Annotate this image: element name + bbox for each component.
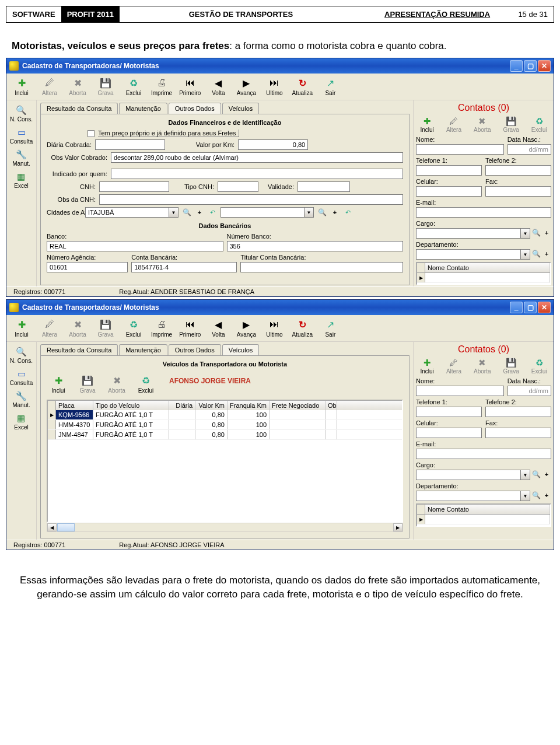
altera-button[interactable]: Altera — [38, 317, 61, 339]
email-input[interactable] — [416, 449, 551, 459]
imprime-button[interactable]: Imprime — [150, 317, 173, 339]
volta-button[interactable]: Volta — [206, 76, 230, 97]
contact-inclui-button[interactable]: Inclui — [420, 116, 435, 134]
contacts-grid[interactable]: Nome Contato — [416, 503, 551, 527]
fax-input[interactable] — [485, 186, 551, 197]
diaria-input[interactable] — [95, 139, 165, 150]
tel1-input[interactable] — [416, 407, 482, 417]
nome-input[interactable] — [416, 144, 504, 155]
inclui-button[interactable]: Inclui — [10, 76, 33, 97]
chevron-down-icon[interactable]: ▼ — [521, 491, 530, 501]
plus-icon[interactable] — [195, 208, 204, 217]
maximize-button[interactable]: ▢ — [524, 60, 537, 72]
exclui-button[interactable]: Exclui — [122, 317, 145, 339]
table-row[interactable]: HMM-4370FURGÃO ATÉ 1,0 T0,80100 — [48, 420, 402, 430]
chevron-down-icon[interactable]: ▼ — [169, 207, 178, 218]
tab-outros-dados[interactable]: Outros Dados — [169, 344, 221, 355]
tab-veiculos[interactable]: Veículos — [222, 103, 260, 114]
depto-combo[interactable]: ▼ — [416, 249, 530, 260]
manut-button[interactable]: Manut. — [11, 148, 32, 168]
scroll-left-icon[interactable]: ◀ — [47, 523, 57, 531]
agencia-input[interactable]: 01601 — [47, 262, 128, 272]
undo-icon[interactable] — [343, 208, 352, 217]
numero-banco-input[interactable]: 356 — [227, 241, 404, 251]
consulta-button[interactable]: Consulta — [9, 368, 34, 387]
contact-inclui-button[interactable]: Inclui — [420, 357, 435, 375]
plus-icon[interactable] — [542, 228, 551, 237]
titlebar[interactable]: Cadastro de Transportadoras/ Motoristas … — [6, 58, 554, 74]
consulta-button[interactable]: Consulta — [9, 126, 34, 146]
exclui-button[interactable]: Exclui — [122, 76, 145, 97]
celular-input[interactable] — [416, 428, 482, 438]
scroll-right-icon[interactable]: ▶ — [393, 523, 402, 531]
primeiro-button[interactable]: Primeiro — [178, 76, 202, 97]
veh-exclui-button[interactable]: Exclui — [134, 373, 158, 395]
sair-button[interactable]: Sair — [318, 317, 342, 339]
celular-input[interactable] — [416, 186, 482, 197]
chevron-down-icon[interactable]: ▼ — [521, 470, 530, 480]
cnh-input[interactable] — [99, 181, 169, 192]
primeiro-button[interactable]: Primeiro — [178, 317, 202, 339]
sair-button[interactable]: Sair — [318, 76, 342, 97]
tab-veiculos[interactable]: Veículos — [222, 344, 260, 355]
imprime-button[interactable]: Imprime — [150, 76, 173, 97]
plus-icon[interactable] — [542, 249, 551, 258]
ultimo-button[interactable]: Ultimo — [262, 317, 286, 339]
tel2-input[interactable] — [485, 407, 551, 417]
tab-outros-dados[interactable]: Outros Dados — [169, 103, 221, 114]
banco-input[interactable]: REAL — [47, 241, 223, 251]
minimize-button[interactable]: _ — [510, 302, 523, 313]
titlebar[interactable]: Cadastro de Transportadoras/ Motoristas … — [6, 300, 554, 315]
cidade1-combo[interactable]: ITAJUBÁ▼ — [85, 207, 178, 218]
chevron-down-icon[interactable]: ▼ — [521, 228, 530, 239]
tel1-input[interactable] — [416, 165, 482, 176]
manut-button[interactable]: Manut. — [11, 390, 32, 410]
plus-icon[interactable] — [542, 470, 551, 479]
search-icon[interactable] — [531, 470, 541, 479]
vehicles-table[interactable]: Placa Tipo do Veículo Diária Valor Km Fr… — [47, 400, 403, 523]
table-row[interactable]: KQM-9566FURGÃO ATÉ 1,0 T0,80100 — [48, 410, 402, 420]
tab-manutencao[interactable]: Manutenção — [119, 103, 167, 114]
search-icon[interactable] — [182, 208, 191, 217]
contacts-grid[interactable]: Nome Contato — [416, 262, 551, 285]
excel-button[interactable]: Excel — [13, 170, 29, 190]
plus-icon[interactable] — [542, 491, 551, 500]
tipo-cnh-input[interactable] — [218, 181, 258, 192]
volta-button[interactable]: Volta — [206, 317, 230, 339]
table-row[interactable]: JNM-4847FURGÃO ATÉ 1,0 T0,80100 — [48, 430, 402, 440]
titular-input[interactable] — [240, 262, 403, 272]
validade-input[interactable] — [298, 181, 350, 192]
minimize-button[interactable]: _ — [510, 60, 523, 72]
fax-input[interactable] — [485, 428, 551, 438]
undo-icon[interactable] — [208, 208, 217, 217]
search-icon[interactable] — [531, 249, 541, 258]
data-nasc-input[interactable]: dd/mm — [508, 144, 551, 155]
tel2-input[interactable] — [485, 165, 551, 176]
tab-resultado[interactable]: Resultado da Consulta — [40, 103, 118, 114]
atualiza-button[interactable]: Atualiza — [290, 76, 314, 97]
valor-km-input[interactable]: 0,80 — [238, 139, 308, 150]
conta-input[interactable]: 18547761-4 — [131, 262, 237, 272]
chevron-down-icon[interactable]: ▼ — [304, 207, 314, 218]
horizontal-scrollbar[interactable]: ◀ ▶ — [47, 523, 403, 532]
cidade2-combo[interactable]: ▼ — [220, 207, 314, 218]
atualiza-button[interactable]: Atualiza — [290, 317, 314, 339]
altera-button[interactable]: Altera — [38, 76, 61, 97]
search-icon[interactable] — [531, 228, 541, 237]
ncons-button[interactable]: N. Cons. — [9, 345, 34, 365]
tab-manutencao[interactable]: Manutenção — [119, 344, 167, 355]
maximize-button[interactable]: ▢ — [524, 302, 537, 313]
inclui-button[interactable]: Inclui — [10, 317, 33, 339]
ncons-button[interactable]: N. Cons. — [9, 104, 34, 124]
close-button[interactable]: ✕ — [538, 302, 551, 313]
ultimo-button[interactable]: Ultimo — [262, 76, 286, 97]
veh-inclui-button[interactable]: Inclui — [47, 373, 70, 395]
obs-valor-input[interactable]: descontar 289,00 roubo de celular (Alvim… — [111, 152, 403, 163]
close-button[interactable]: ✕ — [538, 60, 551, 72]
avanca-button[interactable]: Avança — [235, 317, 258, 339]
search-icon[interactable] — [531, 491, 541, 500]
depto-combo[interactable]: ▼ — [416, 491, 530, 501]
chevron-down-icon[interactable]: ▼ — [521, 249, 530, 260]
plus-icon[interactable] — [330, 208, 340, 217]
search-icon[interactable] — [317, 208, 327, 217]
